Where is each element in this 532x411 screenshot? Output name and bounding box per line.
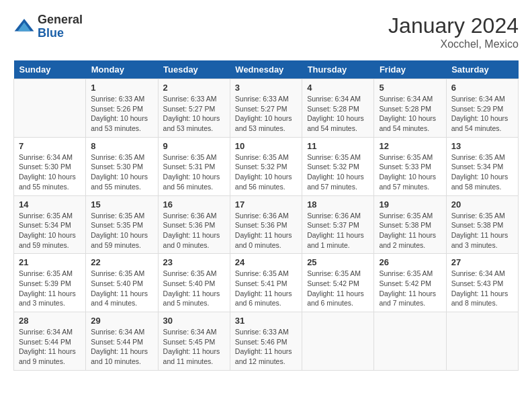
calendar-cell: 3Sunrise: 6:33 AM Sunset: 5:27 PM Daylig… <box>230 79 302 138</box>
calendar-cell: 13Sunrise: 6:35 AM Sunset: 5:34 PM Dayli… <box>446 137 518 195</box>
calendar-cell: 31Sunrise: 6:33 AM Sunset: 5:46 PM Dayli… <box>230 312 302 371</box>
calendar-cell: 7Sunrise: 6:34 AM Sunset: 5:30 PM Daylig… <box>14 137 86 195</box>
day-info: Sunrise: 6:33 AM Sunset: 5:27 PM Dayligh… <box>163 94 225 134</box>
day-info: Sunrise: 6:35 AM Sunset: 5:38 PM Dayligh… <box>451 211 513 250</box>
day-number: 26 <box>379 257 441 267</box>
calendar-week-row: 7Sunrise: 6:34 AM Sunset: 5:30 PM Daylig… <box>14 137 519 195</box>
calendar-cell: 4Sunrise: 6:34 AM Sunset: 5:28 PM Daylig… <box>302 79 374 138</box>
day-number: 4 <box>307 83 369 93</box>
calendar-week-row: 1Sunrise: 6:33 AM Sunset: 5:26 PM Daylig… <box>14 79 519 138</box>
calendar-cell: 17Sunrise: 6:36 AM Sunset: 5:36 PM Dayli… <box>230 195 302 254</box>
calendar-cell: 12Sunrise: 6:35 AM Sunset: 5:33 PM Dayli… <box>374 137 446 195</box>
calendar-cell: 19Sunrise: 6:35 AM Sunset: 5:38 PM Dayli… <box>374 195 446 254</box>
calendar-cell: 9Sunrise: 6:35 AM Sunset: 5:31 PM Daylig… <box>158 137 230 195</box>
calendar-cell: 18Sunrise: 6:36 AM Sunset: 5:37 PM Dayli… <box>302 195 374 254</box>
day-number: 10 <box>235 141 297 151</box>
day-number: 17 <box>235 199 297 210</box>
day-info: Sunrise: 6:34 AM Sunset: 5:44 PM Dayligh… <box>19 327 81 367</box>
calendar-cell: 29Sunrise: 6:34 AM Sunset: 5:44 PM Dayli… <box>86 312 158 371</box>
calendar-header: SundayMondayTuesdayWednesdayThursdayFrid… <box>14 60 519 79</box>
calendar-table: SundayMondayTuesdayWednesdayThursdayFrid… <box>13 60 519 371</box>
day-info: Sunrise: 6:35 AM Sunset: 5:38 PM Dayligh… <box>379 211 441 250</box>
day-number: 8 <box>91 141 152 151</box>
day-info: Sunrise: 6:35 AM Sunset: 5:40 PM Dayligh… <box>91 269 152 308</box>
day-number: 19 <box>379 199 441 210</box>
day-number: 18 <box>307 199 369 210</box>
day-number: 28 <box>19 316 81 326</box>
day-number: 3 <box>235 83 297 93</box>
calendar-cell: 28Sunrise: 6:34 AM Sunset: 5:44 PM Dayli… <box>14 312 86 371</box>
calendar-cell: 2Sunrise: 6:33 AM Sunset: 5:27 PM Daylig… <box>158 79 230 138</box>
day-number: 20 <box>451 199 513 210</box>
day-number: 25 <box>307 257 369 267</box>
day-info: Sunrise: 6:34 AM Sunset: 5:45 PM Dayligh… <box>163 327 225 367</box>
day-info: Sunrise: 6:33 AM Sunset: 5:46 PM Dayligh… <box>235 327 297 367</box>
day-info: Sunrise: 6:35 AM Sunset: 5:33 PM Dayligh… <box>379 152 441 192</box>
title-section: January 2024 Xocchel, Mexico <box>388 13 519 50</box>
day-info: Sunrise: 6:35 AM Sunset: 5:40 PM Dayligh… <box>163 269 225 308</box>
calendar-cell: 6Sunrise: 6:34 AM Sunset: 5:29 PM Daylig… <box>446 79 518 138</box>
day-of-week-header: Saturday <box>446 60 518 79</box>
day-info: Sunrise: 6:35 AM Sunset: 5:31 PM Dayligh… <box>163 152 225 192</box>
calendar-cell <box>302 312 374 371</box>
calendar-cell: 8Sunrise: 6:35 AM Sunset: 5:30 PM Daylig… <box>86 137 158 195</box>
day-number: 16 <box>163 199 225 210</box>
logo-blue: Blue <box>38 27 83 40</box>
day-info: Sunrise: 6:35 AM Sunset: 5:35 PM Dayligh… <box>91 211 152 250</box>
day-info: Sunrise: 6:35 AM Sunset: 5:39 PM Dayligh… <box>19 269 81 308</box>
month-year: January 2024 <box>388 13 519 38</box>
day-info: Sunrise: 6:35 AM Sunset: 5:34 PM Dayligh… <box>451 152 513 192</box>
day-info: Sunrise: 6:34 AM Sunset: 5:28 PM Dayligh… <box>379 94 441 134</box>
header-row: SundayMondayTuesdayWednesdayThursdayFrid… <box>14 60 519 79</box>
day-of-week-header: Monday <box>86 60 158 79</box>
calendar-body: 1Sunrise: 6:33 AM Sunset: 5:26 PM Daylig… <box>14 79 519 371</box>
calendar-cell: 5Sunrise: 6:34 AM Sunset: 5:28 PM Daylig… <box>374 79 446 138</box>
calendar-cell: 1Sunrise: 6:33 AM Sunset: 5:26 PM Daylig… <box>86 79 158 138</box>
calendar-cell <box>14 79 86 138</box>
day-of-week-header: Sunday <box>14 60 86 79</box>
day-number: 22 <box>91 257 152 267</box>
day-number: 30 <box>163 316 225 326</box>
day-info: Sunrise: 6:34 AM Sunset: 5:29 PM Dayligh… <box>451 94 513 134</box>
day-number: 24 <box>235 257 297 267</box>
day-info: Sunrise: 6:35 AM Sunset: 5:41 PM Dayligh… <box>235 269 297 308</box>
day-info: Sunrise: 6:33 AM Sunset: 5:26 PM Dayligh… <box>91 94 152 134</box>
day-info: Sunrise: 6:36 AM Sunset: 5:37 PM Dayligh… <box>307 211 369 250</box>
calendar-cell: 21Sunrise: 6:35 AM Sunset: 5:39 PM Dayli… <box>14 254 86 312</box>
calendar-cell <box>446 312 518 371</box>
calendar-cell: 25Sunrise: 6:35 AM Sunset: 5:42 PM Dayli… <box>302 254 374 312</box>
calendar-week-row: 14Sunrise: 6:35 AM Sunset: 5:34 PM Dayli… <box>14 195 519 254</box>
location: Xocchel, Mexico <box>388 38 519 50</box>
day-number: 21 <box>19 257 81 267</box>
day-info: Sunrise: 6:34 AM Sunset: 5:28 PM Dayligh… <box>307 94 369 134</box>
day-number: 14 <box>19 199 81 210</box>
calendar-cell: 22Sunrise: 6:35 AM Sunset: 5:40 PM Dayli… <box>86 254 158 312</box>
day-number: 9 <box>163 141 225 151</box>
day-number: 1 <box>91 83 152 93</box>
day-info: Sunrise: 6:36 AM Sunset: 5:36 PM Dayligh… <box>235 211 297 250</box>
calendar-week-row: 21Sunrise: 6:35 AM Sunset: 5:39 PM Dayli… <box>14 254 519 312</box>
calendar-cell: 15Sunrise: 6:35 AM Sunset: 5:35 PM Dayli… <box>86 195 158 254</box>
calendar-cell: 10Sunrise: 6:35 AM Sunset: 5:32 PM Dayli… <box>230 137 302 195</box>
calendar-cell <box>374 312 446 371</box>
day-info: Sunrise: 6:34 AM Sunset: 5:43 PM Dayligh… <box>451 269 513 308</box>
calendar-cell: 30Sunrise: 6:34 AM Sunset: 5:45 PM Dayli… <box>158 312 230 371</box>
day-number: 12 <box>379 141 441 151</box>
day-of-week-header: Tuesday <box>158 60 230 79</box>
day-info: Sunrise: 6:35 AM Sunset: 5:34 PM Dayligh… <box>19 211 81 250</box>
day-info: Sunrise: 6:33 AM Sunset: 5:27 PM Dayligh… <box>235 94 297 134</box>
calendar-cell: 14Sunrise: 6:35 AM Sunset: 5:34 PM Dayli… <box>14 195 86 254</box>
day-number: 5 <box>379 83 441 93</box>
calendar-cell: 24Sunrise: 6:35 AM Sunset: 5:41 PM Dayli… <box>230 254 302 312</box>
day-info: Sunrise: 6:35 AM Sunset: 5:42 PM Dayligh… <box>307 269 369 308</box>
day-number: 29 <box>91 316 152 326</box>
logo-text: General Blue <box>38 13 83 40</box>
day-number: 27 <box>451 257 513 267</box>
day-number: 31 <box>235 316 297 326</box>
day-info: Sunrise: 6:35 AM Sunset: 5:42 PM Dayligh… <box>379 269 441 308</box>
calendar-week-row: 28Sunrise: 6:34 AM Sunset: 5:44 PM Dayli… <box>14 312 519 371</box>
day-of-week-header: Friday <box>374 60 446 79</box>
logo-general: General <box>38 13 83 27</box>
calendar-cell: 11Sunrise: 6:35 AM Sunset: 5:32 PM Dayli… <box>302 137 374 195</box>
calendar-cell: 23Sunrise: 6:35 AM Sunset: 5:40 PM Dayli… <box>158 254 230 312</box>
